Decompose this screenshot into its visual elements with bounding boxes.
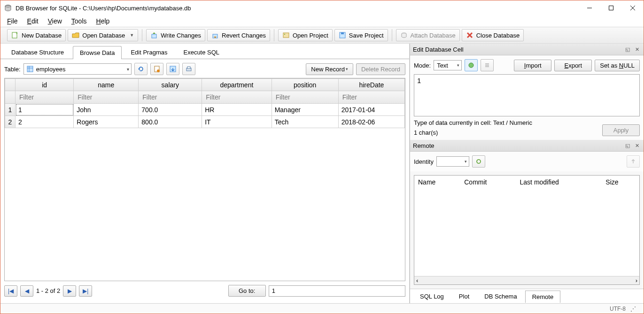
open-database-button[interactable]: Open Database ▼: [68, 29, 138, 41]
svg-rect-3: [609, 6, 613, 10]
column-header[interactable]: id: [16, 79, 74, 91]
dock-tab-plot[interactable]: Plot: [452, 290, 476, 302]
save-project-button[interactable]: Save Project: [334, 29, 388, 41]
cell[interactable]: 800.0: [139, 116, 202, 128]
identity-select[interactable]: ▾: [436, 156, 469, 167]
svg-rect-17: [27, 66, 33, 72]
close-database-button[interactable]: Close Database: [462, 29, 524, 41]
clear-filters-button[interactable]: [150, 63, 163, 75]
set-null-button[interactable]: Set as NULL: [595, 60, 640, 71]
cell[interactable]: 2017-01-04: [338, 104, 404, 116]
dock-close-icon[interactable]: ✕: [633, 142, 641, 149]
column-header[interactable]: position: [272, 79, 338, 91]
scroll-right-icon[interactable]: ›: [636, 277, 637, 284]
tab-browse-data[interactable]: Browse Data: [73, 46, 122, 59]
filter-input[interactable]: [205, 93, 268, 101]
write-changes-button[interactable]: Write Changes: [146, 29, 205, 41]
dock-close-icon[interactable]: ✕: [633, 46, 641, 53]
dock-tab-remote[interactable]: Remote: [525, 291, 561, 303]
cell-chars-label: 1 char(s): [414, 129, 532, 136]
column-header[interactable]: salary: [139, 79, 202, 91]
open-database-dropdown-icon[interactable]: ▼: [128, 33, 134, 38]
table-row[interactable]: 2 2 Rogers 800.0 IT Tech 2018-02-06: [5, 116, 405, 128]
cell[interactable]: John: [74, 104, 139, 116]
apply-button[interactable]: Apply: [602, 124, 640, 136]
remote-table[interactable]: Name Commit Last modified Size ‹ ›: [414, 175, 640, 285]
filter-input[interactable]: [141, 93, 199, 101]
menu-edit[interactable]: Edit: [23, 16, 43, 26]
table-row[interactable]: 1 1 John 700.0 HR Manager 2017-01-04: [5, 104, 405, 116]
column-header[interactable]: department: [202, 79, 272, 91]
refresh-button[interactable]: [134, 63, 147, 75]
new-database-button[interactable]: + New Database: [7, 29, 66, 41]
dock-tab-db-schema[interactable]: DB Schema: [477, 290, 524, 302]
resize-grip-icon[interactable]: ⋰: [630, 306, 636, 312]
cell[interactable]: HR: [202, 104, 272, 116]
remote-scrollbar[interactable]: ‹ ›: [414, 276, 639, 284]
next-page-button[interactable]: ▶: [63, 285, 76, 297]
menu-help[interactable]: Help: [92, 16, 115, 26]
open-project-button[interactable]: Open Project: [278, 29, 333, 41]
cell[interactable]: Manager: [272, 104, 338, 116]
filter-input[interactable]: [341, 93, 402, 101]
window-close-button[interactable]: [622, 0, 644, 15]
column-header[interactable]: hireDate: [338, 79, 404, 91]
filter-input[interactable]: [77, 93, 135, 101]
cell[interactable]: Tech: [272, 116, 338, 128]
cell-format-button[interactable]: [465, 59, 478, 71]
goto-input[interactable]: [269, 285, 405, 297]
cell-indent-button[interactable]: [481, 59, 494, 71]
titlebar: DB Browser for SQLite - C:\Users\hp\Docu…: [0, 0, 644, 15]
tab-execute-sql[interactable]: Execute SQL: [176, 46, 226, 59]
filter-input[interactable]: [18, 93, 70, 101]
chevron-down-icon: ▾: [465, 159, 467, 164]
prev-page-button[interactable]: ◀: [20, 285, 33, 297]
dock-undock-icon[interactable]: ◱: [624, 46, 631, 53]
corner-cell: [5, 79, 16, 91]
dock-tab-sql-log[interactable]: SQL Log: [413, 290, 451, 302]
tab-edit-pragmas[interactable]: Edit Pragmas: [124, 46, 174, 59]
open-project-icon: [282, 31, 290, 39]
export-button[interactable]: Export: [554, 60, 592, 71]
menu-file[interactable]: File: [2, 16, 23, 26]
print-button[interactable]: [182, 63, 195, 75]
mode-select[interactable]: Text ▾: [434, 60, 462, 70]
remote-col[interactable]: Name: [414, 176, 460, 189]
revert-changes-button[interactable]: Revert Changes: [207, 29, 270, 41]
column-header[interactable]: name: [74, 79, 139, 91]
remote-col[interactable]: Commit: [460, 176, 516, 189]
table-select[interactable]: employees ▾: [23, 63, 132, 75]
last-page-button[interactable]: ▶|: [79, 285, 92, 297]
scroll-left-icon[interactable]: ‹: [416, 277, 418, 284]
import-button[interactable]: Import: [514, 60, 551, 71]
window-maximize-button[interactable]: [600, 0, 622, 15]
attach-database-button[interactable]: Attach Database: [396, 29, 460, 41]
encoding-label: UTF-8: [610, 306, 626, 312]
delete-record-button[interactable]: Delete Record: [356, 63, 405, 75]
dock-undock-icon[interactable]: ◱: [624, 142, 631, 149]
table-select-value: employees: [36, 66, 66, 73]
cell[interactable]: 1: [16, 104, 74, 116]
cell[interactable]: 2: [16, 116, 74, 128]
cell[interactable]: 2018-02-06: [338, 116, 404, 128]
new-record-button[interactable]: New Record▾: [306, 63, 353, 75]
menu-tools[interactable]: Tools: [67, 16, 92, 26]
tab-database-structure[interactable]: Database Structure: [4, 46, 71, 59]
save-table-button[interactable]: [166, 63, 179, 75]
remote-col[interactable]: Last modified: [516, 176, 602, 189]
first-page-button[interactable]: |◀: [4, 285, 17, 297]
push-button[interactable]: [627, 155, 640, 168]
remote-col[interactable]: Size: [602, 176, 639, 189]
cell[interactable]: 700.0: [139, 104, 202, 116]
filter-input[interactable]: [275, 93, 335, 101]
data-grid[interactable]: id name salary department position hireD…: [4, 78, 405, 281]
cell[interactable]: Rogers: [74, 116, 139, 128]
app-icon: [4, 4, 12, 12]
window-minimize-button[interactable]: [579, 0, 600, 15]
identity-refresh-button[interactable]: [472, 155, 485, 168]
cell[interactable]: IT: [202, 116, 272, 128]
goto-button[interactable]: Go to:: [228, 285, 266, 297]
cell-type-label: Type of data currently in cell: Text / N…: [414, 119, 532, 126]
menu-view[interactable]: View: [43, 16, 67, 26]
cell-value-editor[interactable]: 1: [414, 74, 640, 116]
